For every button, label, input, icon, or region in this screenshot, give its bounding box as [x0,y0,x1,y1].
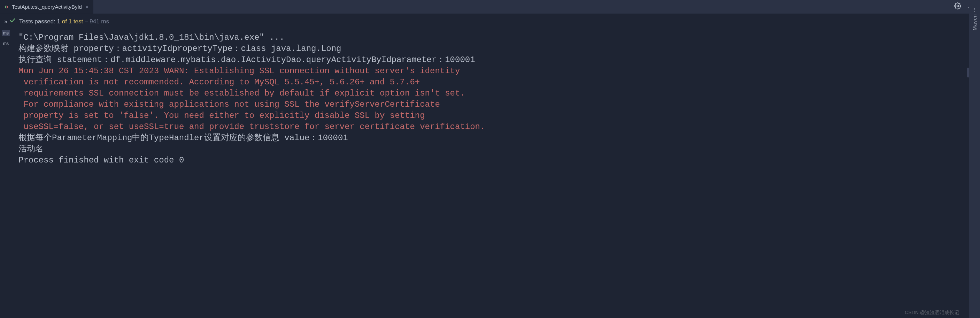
console-line: verification is not recommended. Accordi… [19,77,957,88]
passed-prefix: Tests passed: [19,18,56,25]
close-icon[interactable]: × [85,4,89,10]
tab-bar: TestApi.test_queryActivityById × [0,0,980,14]
tab-test-api[interactable]: TestApi.test_queryActivityById × [0,0,94,14]
console-output[interactable]: "C:\Program Files\Java\jdk1.8.0_181\bin\… [12,29,963,318]
console-line: Mon Jun 26 15:45:38 CST 2023 WARN: Estab… [19,66,957,77]
check-icon [10,18,16,26]
chevrons-icon[interactable]: » [4,19,6,25]
gear-icon[interactable] [954,2,961,11]
console-line: 活动名 [19,144,957,155]
dash-char: – [85,18,88,25]
console-line: For compliance with existing application… [19,99,957,110]
console-line: "C:\Program Files\Java\jdk1.8.0_181\bin\… [19,32,957,43]
svg-point-2 [957,5,959,7]
svg-marker-0 [5,5,6,9]
console-line: 执行查询 statement：df.middleware.mybatis.dao… [19,54,957,66]
left-gutter: ms ms [0,29,12,318]
of-text: of 1 test [62,18,83,25]
test-status-bar: » Tests passed: 1 of 1 test – 941 ms [0,14,980,29]
maven-label[interactable]: Maven [972,14,978,30]
gutter-label-1[interactable]: ms [2,30,10,36]
watermark: CSDN @渣渣洒泪成长记 [905,310,959,316]
console-line: 构建参数映射 property：activityIdpropertyType：c… [19,43,957,54]
console-line: useSSL=false, or set useSSL=true and pro… [19,121,957,133]
sidebar-dots-icon: ⋮ [972,7,977,13]
console-line: property is set to 'false'. You need eit… [19,110,957,121]
console-line: requirements SSL connection must be esta… [19,88,957,99]
passed-count: 1 [57,18,60,25]
tab-label: TestApi.test_queryActivityById [12,4,82,10]
run-config-icon [4,5,9,10]
maven-sidebar[interactable]: ⋮ Maven [969,0,980,318]
svg-marker-1 [6,5,8,9]
console-line: Process finished with exit code 0 [19,155,957,166]
console-line: 根据每个ParameterMapping中的TypeHandler设置对应的参数… [19,133,957,144]
main-area: ms ms "C:\Program Files\Java\jdk1.8.0_18… [0,29,980,318]
duration: 941 ms [89,18,109,25]
gutter-label-2[interactable]: ms [2,40,10,47]
status-dash: – 941 ms [85,18,109,25]
tests-passed-label: Tests passed: 1 of 1 test – 941 ms [19,18,109,25]
